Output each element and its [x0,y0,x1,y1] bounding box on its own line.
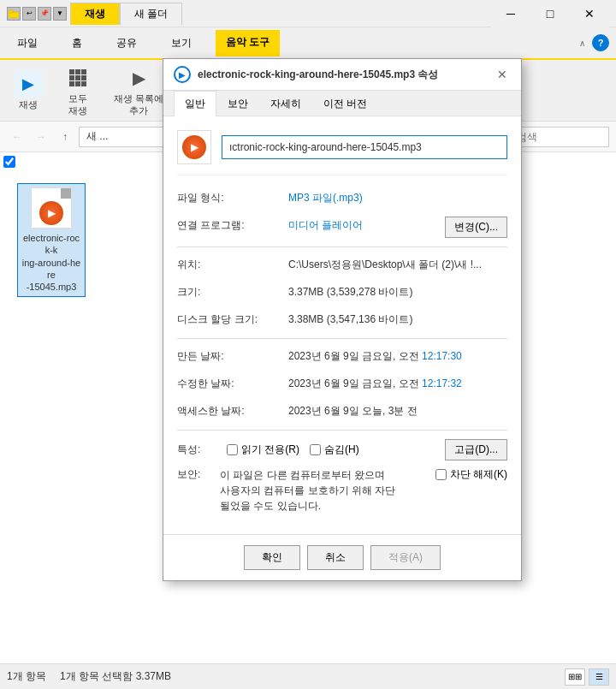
view-grid-button[interactable]: ⊞⊞ [565,668,585,686]
dialog-filename-input[interactable] [222,135,507,159]
file-item[interactable]: ▶ electronic-rock-king-around-here-15045… [17,183,86,297]
dialog-tab-prev-version[interactable]: 이전 버전 [312,91,378,116]
dialog-attr-items: 읽기 전용(R) 숨김(H) [227,443,438,457]
file-corner [61,188,71,199]
dialog-attr-label: 특성: [177,443,220,457]
dialog-unblock-checkbox[interactable]: 차단 해제(K) [435,467,507,482]
nav-path-text: 새 ... [86,129,108,144]
dialog-tab-details[interactable]: 자세히 [259,91,312,116]
tab-play[interactable]: 재생 [70,3,120,25]
file-play-icon: ▶ [39,201,63,225]
status-selected: 1개 항목 선택함 3.37MB [60,669,171,684]
folder-icon-small [7,7,21,21]
dialog-hidden-checkbox[interactable]: 숨김(H) [310,443,359,457]
ribbon-tab-file[interactable]: 파일 [7,31,48,56]
dialog-tab-general[interactable]: 일반 [174,91,216,116]
dialog-value-program: 미디어 플레이어 [288,217,438,233]
dialog-value-location: C:\Users\정용원\Desktop\새 폴더 (2)\새 !... [288,256,507,272]
file-checkbox[interactable] [3,156,15,168]
view-list-button[interactable]: ☰ [589,668,609,686]
ribbon: 파일 홈 공유 보기 음악 도구 ∧ ? [0,27,616,60]
file-name: electronic-rock-king-around-here-15045.m… [21,232,81,293]
readonly-checkbox-input[interactable] [227,444,238,455]
main-content: ▶ electronic-rock-king-around-here-15045… [0,152,616,663]
close-window-button[interactable]: ✕ [570,0,609,27]
dialog-tabs: 일반 보안 자세히 이전 버전 [163,91,521,116]
dialog-footer: 확인 취소 적용(A) [163,534,521,580]
dialog-value-created-time: 12:17:30 [422,350,462,362]
minimize-button[interactable]: ─ [491,0,530,27]
dialog-label-size: 크기: [177,283,288,300]
dialog-attr-row: 특성: 읽기 전용(R) 숨김(H) 고급(D)... [177,439,507,460]
file-icon: ▶ [31,187,72,229]
dialog-cancel-button[interactable]: 취소 [307,545,364,570]
dialog-value-size: 3.37MB (3,539,278 바이트) [288,283,507,300]
properties-dialog: ▶ electronic-rock-king-around-here-15045… [163,58,522,581]
dialog-title-text: electronic-rock-king-around-here-15045.m… [198,68,487,82]
dialog-tab-security[interactable]: 보안 [216,91,259,116]
dialog-value-modified-time: 12:17:32 [422,377,462,389]
back-button[interactable]: ← [7,127,27,147]
dropdown-icon: ▼ [53,7,67,21]
unblock-checkbox-input[interactable] [435,469,447,480]
add-to-playlist-button[interactable]: ▶ 재생 목록에 추가 [106,60,171,120]
dialog-close-button[interactable]: ✕ [494,66,511,83]
dialog-apply-button[interactable]: 적용(A) [370,545,441,570]
dialog-label-location: 위치: [177,256,288,272]
forward-button[interactable]: → [31,127,51,147]
dialog-row-created: 만든 날짜: 2023년 6월 9일 금요일, 오전 12:17:30 [177,347,507,366]
dialog-title-bar: ▶ electronic-rock-king-around-here-15045… [163,59,521,91]
ribbon-tab-home[interactable]: 홈 [62,31,92,56]
dialog-row-disksize: 디스크 할당 크기: 3.38MB (3,547,136 바이트) [177,311,507,330]
dialog-label-program: 연결 프로그램: [177,217,288,233]
dialog-title-icon: ▶ [174,66,191,83]
hidden-checkbox-input[interactable] [310,444,321,455]
title-bar-left: ↩ 📌 ▼ 재생 새 폴더 [7,3,491,25]
up-button[interactable]: ↑ [55,127,75,147]
dialog-value-filetype: MP3 파일(.mp3) [288,189,507,205]
dialog-separator-3 [177,430,507,431]
file-area: ▶ electronic-rock-king-around-here-15045… [0,152,616,663]
title-tabs: 재생 새 폴더 [70,3,491,25]
dialog-security-row: 보안: 이 파일은 다른 컴퓨터로부터 왔으며 사용자의 컴퓨터를 보호하기 위… [177,467,507,514]
undo-icon: ↩ [22,7,36,21]
tab-new-folder[interactable]: 새 폴더 [120,3,182,25]
dialog-change-button[interactable]: 변경(C)... [445,217,507,238]
dialog-row-size: 크기: 3.37MB (3,539,278 바이트) [177,283,507,302]
dialog-readonly-checkbox[interactable]: 읽기 전용(R) [227,443,299,457]
ribbon-tab-music-tools[interactable]: 음악 도구 [216,30,280,56]
ribbon-tab-view[interactable]: 보기 [161,31,202,56]
dialog-label-created: 만든 날짜: [177,347,288,364]
dialog-value-disksize: 3.38MB (3,547,136 바이트) [288,311,507,327]
maximize-button[interactable]: □ [530,0,570,27]
dialog-content: ▶ 파일 형식: MP3 파일(.mp3) 연결 프로그램: 미디어 플레이어 … [163,116,521,534]
dialog-separator-1 [177,246,507,247]
help-button[interactable]: ? [592,34,609,51]
dialog-file-icon: ▶ [177,130,211,164]
ribbon-tab-share[interactable]: 공유 [106,31,147,56]
play-icon: ▶ [15,70,42,98]
play-label: 재생 [19,99,38,110]
title-bar-controls: ─ □ ✕ [491,0,609,27]
status-bar: 1개 항목 1개 항목 선택함 3.37MB ⊞⊞ ☰ [0,663,616,689]
dialog-advanced-button[interactable]: 고급(D)... [445,439,507,460]
dialog-ok-button[interactable]: 확인 [244,545,300,570]
title-bar-icons: ↩ 📌 ▼ [7,7,67,21]
dialog-label-disksize: 디스크 할당 크기: [177,311,288,327]
dialog-file-play-icon: ▶ [182,135,206,159]
dialog-row-accessed: 액세스한 날짜: 2023년 6월 9일 오늘, 3분 전 [177,402,507,421]
add-to-playlist-label: 재생 목록에 추가 [114,93,163,116]
dialog-value-created: 2023년 6월 9일 금요일, 오전 12:17:30 [288,347,507,364]
dialog-label-modified: 수정한 날짜: [177,375,288,391]
pin-icon: 📌 [38,7,51,21]
status-item-count: 1개 항목 [7,669,46,684]
play-all-label: 모두 재생 [68,93,87,116]
play-button[interactable]: ▶ 재생 [7,66,50,115]
add-to-playlist-icon: ▶ [125,64,152,92]
dialog-separator-2 [177,338,507,339]
play-all-button[interactable]: 모두 재생 [56,60,99,120]
unblock-label: 차단 해제(K) [450,467,507,482]
dialog-row-location: 위치: C:\Users\정용원\Desktop\새 폴더 (2)\새 !... [177,256,507,275]
dialog-row-filetype: 파일 형식: MP3 파일(.mp3) [177,189,507,208]
dialog-row-modified: 수정한 날짜: 2023년 6월 9일 금요일, 오전 12:17:32 [177,375,507,394]
